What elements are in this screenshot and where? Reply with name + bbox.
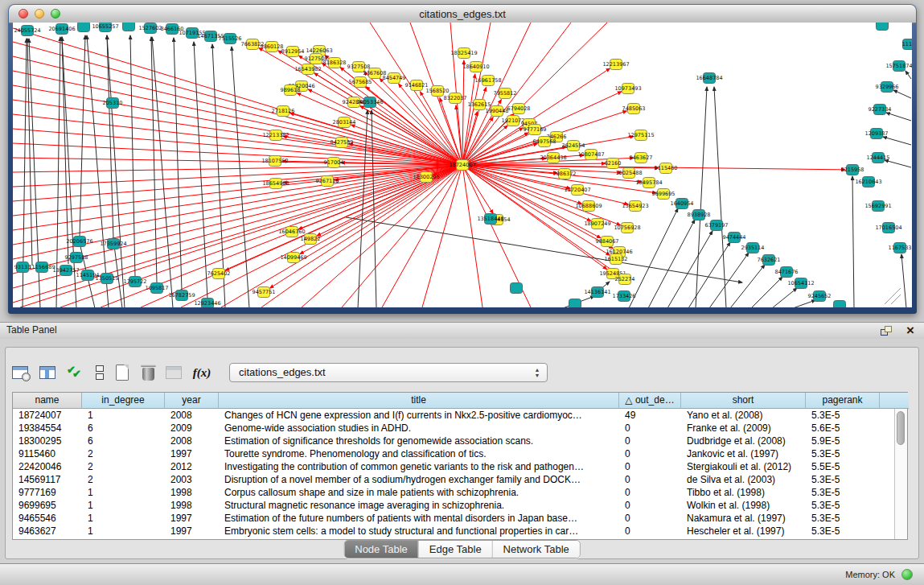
- graph-node[interactable]: 18325419: [450, 48, 477, 59]
- table-row[interactable]: 911546021997Tourette syndrome. Phenomeno…: [13, 447, 895, 460]
- minimize-window-button[interactable]: [35, 9, 44, 19]
- graph-node[interactable]: 1244415: [867, 153, 890, 163]
- table-select-dropdown[interactable]: citations_edges.txt ▲ ▼: [229, 363, 548, 382]
- graph-node[interactable]: 12923446: [194, 299, 220, 308]
- graph-node[interactable]: 15692991: [864, 201, 891, 212]
- graph-node[interactable]: 13654923: [622, 201, 648, 212]
- graph-node[interactable]: 10973493: [614, 84, 641, 94]
- graph-node[interactable]: 16648784: [696, 73, 722, 84]
- table-row[interactable]: 969969511998Structural magnetic resonanc…: [13, 499, 895, 512]
- graph-node[interactable]: 14099469: [280, 253, 306, 263]
- graph-node[interactable]: 9884067: [596, 237, 619, 247]
- column-header-title[interactable]: title: [219, 393, 619, 409]
- column-header-in_degree[interactable]: in_degree: [82, 393, 165, 409]
- graph-node[interactable]: 1167533: [889, 243, 912, 253]
- graph-node[interactable]: 17016504: [875, 223, 901, 233]
- graph-node[interactable]: 18640910: [462, 62, 489, 72]
- graph-node[interactable]: 1527602: [139, 23, 162, 34]
- graph-node[interactable]: 1095817: [146, 283, 169, 294]
- window-title-bar[interactable]: citations_edges.txt: [9, 5, 916, 23]
- graph-node[interactable]: 2718126: [272, 106, 295, 117]
- graph-node[interactable]: 8912954: [281, 47, 305, 57]
- graph-node[interactable]: 5675685: [349, 77, 372, 88]
- graph-node[interactable]: 8454749: [383, 73, 406, 84]
- column-header-name[interactable]: name: [13, 393, 82, 409]
- column-header-pagerank[interactable]: pagerank: [806, 393, 880, 409]
- graph-node[interactable]: [834, 301, 846, 308]
- graph-node[interactable]: 15751874: [885, 61, 912, 72]
- graph-node[interactable]: 18495784: [635, 178, 662, 188]
- graph-node[interactable]: 24055724: [14, 26, 40, 36]
- graph-node[interactable]: 9146821: [405, 80, 429, 91]
- graph-node[interactable]: 9245652: [808, 291, 832, 302]
- graph-node[interactable]: 11156689: [28, 262, 55, 273]
- table-row[interactable]: 1872400712008Changes of HCN gene express…: [13, 409, 895, 422]
- column-header-out_de[interactable]: △ out_de…: [619, 393, 681, 409]
- tab-network-table[interactable]: Network Table: [492, 541, 580, 558]
- scrollbar-thumb[interactable]: [897, 411, 905, 445]
- delete-column-icon[interactable]: [138, 362, 158, 383]
- vertical-scrollbar[interactable]: [894, 409, 907, 539]
- close-window-button[interactable]: [18, 9, 28, 19]
- tab-edge-table[interactable]: Edge Table: [418, 541, 492, 558]
- graph-node[interactable]: 252274: [615, 274, 635, 285]
- graph-node[interactable]: 1112: [902, 39, 912, 50]
- graph-node[interactable]: 18107552: [261, 156, 288, 167]
- graph-node[interactable]: 7515526: [219, 34, 242, 44]
- graph-node[interactable]: 12213967: [602, 60, 629, 70]
- graph-node[interactable]: 14136141: [584, 287, 610, 298]
- table-row[interactable]: 2242004622012Investigating the contribut…: [13, 460, 895, 473]
- column-header-short[interactable]: short: [681, 393, 806, 409]
- graph-node[interactable]: [123, 23, 135, 31]
- graph-node[interactable]: 10655257: [92, 23, 118, 32]
- tab-node-table[interactable]: Node Table: [344, 541, 418, 558]
- zoom-window-button[interactable]: [51, 9, 60, 19]
- graph-node[interactable]: 12213382: [262, 130, 289, 141]
- graph-node[interactable]: 10756928: [614, 223, 640, 233]
- graph-node[interactable]: 7625402: [207, 269, 231, 279]
- delete-table-icon[interactable]: [163, 362, 184, 383]
- graph-node[interactable]: 1990448: [486, 106, 509, 117]
- graph-node[interactable]: 9457751: [253, 287, 276, 298]
- graph-node[interactable]: [569, 299, 581, 308]
- table-row[interactable]: 977716911998Corpus callosum shape and si…: [13, 486, 895, 499]
- graph-node[interactable]: 1640954: [671, 199, 694, 209]
- graph-node[interactable]: 12975115: [627, 130, 654, 141]
- select-checks-icon[interactable]: ✔ ✔: [64, 362, 85, 383]
- graph-node[interactable]: 20206576: [66, 237, 92, 247]
- graph-node[interactable]: 2803144: [333, 117, 356, 128]
- graph-node[interactable]: 7986372: [553, 169, 577, 179]
- graph-node[interactable]: [877, 23, 889, 31]
- graph-node[interactable]: 18907249: [584, 219, 610, 229]
- graph-node[interactable]: 10654112: [787, 278, 814, 289]
- graph-node[interactable]: 1795722: [124, 277, 147, 287]
- table-row[interactable]: 1938455462009Genome-wide association stu…: [13, 422, 895, 435]
- graph-node[interactable]: 2935114: [741, 243, 765, 253]
- graph-node[interactable]: 8471676: [775, 267, 799, 278]
- graph-node[interactable]: 9699695: [652, 189, 676, 200]
- graph-node[interactable]: 20691406: [48, 24, 75, 35]
- graph-node[interactable]: 6379197: [705, 220, 729, 231]
- graph-node[interactable]: 149822: [301, 234, 321, 245]
- graph-node[interactable]: 8215958: [841, 165, 864, 175]
- graph-node[interactable]: 6497568: [533, 137, 556, 147]
- new-column-icon[interactable]: [112, 362, 133, 383]
- table-row[interactable]: 1456911722003Disruption of a novel membe…: [13, 473, 895, 486]
- graph-node[interactable]: 16543982: [294, 64, 321, 75]
- network-canvas[interactable]: 2405572420691406106552571527602846616010…: [13, 23, 912, 307]
- graph-node[interactable]: 8938928: [688, 210, 711, 220]
- graph-node[interactable]: 9115460: [655, 163, 678, 174]
- graph-node[interactable]: 7955812: [494, 89, 517, 99]
- row-height-icon[interactable]: [89, 362, 110, 383]
- graph-node[interactable]: 9474444: [723, 233, 746, 243]
- graph-node[interactable]: 10025488: [615, 168, 642, 179]
- graph-node[interactable]: 6794028: [507, 104, 531, 114]
- function-builder-icon[interactable]: f(x): [191, 362, 212, 383]
- graph-node[interactable]: 7485063: [622, 104, 646, 114]
- graph-node[interactable]: 7632621: [758, 255, 781, 266]
- graph-node[interactable]: 16961758: [474, 76, 501, 86]
- close-panel-icon[interactable]: ×: [906, 323, 914, 339]
- graph-node[interactable]: 9267110: [316, 176, 339, 187]
- graph-node[interactable]: 62160: [605, 159, 622, 169]
- graph-node[interactable]: 9463627: [630, 153, 653, 163]
